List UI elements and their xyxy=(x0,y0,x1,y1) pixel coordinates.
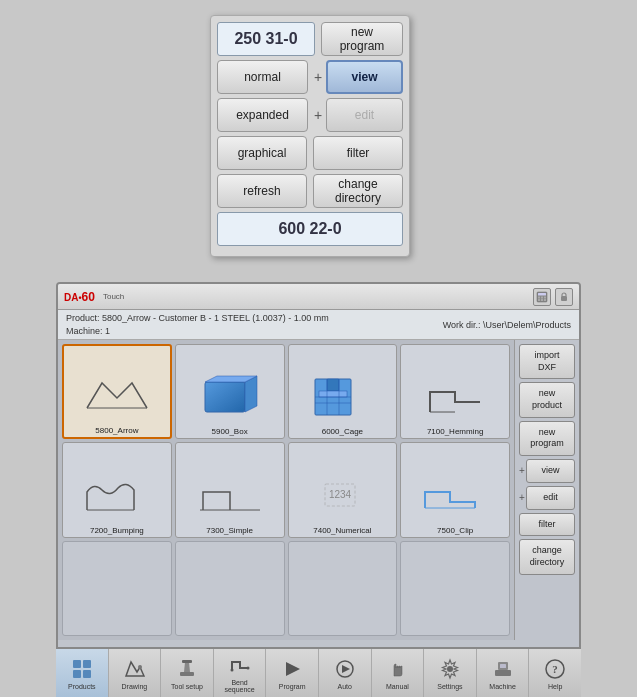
filter-sidebar-btn[interactable]: filter xyxy=(519,513,575,537)
svg-point-30 xyxy=(138,665,142,669)
popup-panel: 250 31-0 newprogram normal + view expand… xyxy=(210,15,410,257)
svg-point-35 xyxy=(246,667,249,670)
toolbar-machine-label: Machine xyxy=(489,683,515,690)
svg-rect-7 xyxy=(544,299,546,301)
machine-info: Machine: 1 xyxy=(66,325,329,338)
toolbar-products[interactable]: Products xyxy=(56,649,109,697)
bend-sequence-icon xyxy=(228,653,252,677)
product-7500-clip[interactable]: 7500_Clip xyxy=(400,442,510,537)
svg-rect-1 xyxy=(538,293,546,296)
toolbar-program[interactable]: Program xyxy=(266,649,319,697)
edit-sidebar-btn[interactable]: edit xyxy=(526,486,575,510)
new-program-btn[interactable]: newprogram xyxy=(321,22,403,56)
refresh-btn[interactable]: refresh xyxy=(217,174,307,208)
toolbar-help[interactable]: ? Help xyxy=(529,649,581,697)
view-sidebar-btn[interactable]: view xyxy=(526,459,575,483)
product-empty-4 xyxy=(400,541,510,636)
product-7400-numerical[interactable]: 1234 7400_Numerical xyxy=(288,442,398,537)
popup-display-bottom: 600 22-0 xyxy=(217,212,403,246)
product-name-7100: 7100_Hemming xyxy=(427,427,483,436)
change-directory-sidebar-btn[interactable]: changedirectory xyxy=(519,539,575,574)
svg-rect-29 xyxy=(83,670,91,678)
view-btn[interactable]: view xyxy=(326,60,403,94)
titlebar-icons xyxy=(533,288,573,306)
product-empty-2 xyxy=(175,541,285,636)
calculator-icon[interactable] xyxy=(533,288,551,306)
auto-icon xyxy=(333,657,357,681)
da-model: 60 xyxy=(82,290,95,304)
svg-rect-40 xyxy=(495,670,511,676)
product-thumb-5800 xyxy=(76,369,157,424)
drawing-icon xyxy=(122,657,146,681)
toolbar-program-label: Program xyxy=(279,683,306,690)
view-sidebar-plus: + xyxy=(519,465,525,476)
product-7200-bumping[interactable]: 7200_Bumping xyxy=(62,442,172,537)
view-btn-row: + view xyxy=(519,459,575,483)
import-dxf-btn[interactable]: importDXF xyxy=(519,344,575,379)
product-7300-simple[interactable]: 7300_Simple xyxy=(175,442,285,537)
toolbar-drawing[interactable]: Drawing xyxy=(109,649,162,697)
product-7100-hemming[interactable]: 7100_Hemming xyxy=(400,344,510,439)
product-5800-arrow[interactable]: 5800_Arrow xyxy=(62,344,172,439)
product-info: Product: 5800_Arrow - Customer B - 1 STE… xyxy=(66,312,329,325)
product-thumb-7300 xyxy=(188,469,271,524)
product-name-7300: 7300_Simple xyxy=(206,526,253,535)
toolbar-bend-sequence[interactable]: Bendsequence xyxy=(214,649,267,697)
svg-rect-4 xyxy=(544,296,546,298)
settings-icon xyxy=(438,657,462,681)
edit-btn-row: + edit xyxy=(519,486,575,510)
product-name-7200: 7200_Bumping xyxy=(90,526,144,535)
product-name-7400: 7400_Numerical xyxy=(313,526,371,535)
svg-text:?: ? xyxy=(552,663,558,675)
content-area: 5800_Arrow xyxy=(58,340,579,640)
toolbar-tool-setup[interactable]: Tool setup xyxy=(161,649,214,697)
svg-rect-33 xyxy=(182,660,192,663)
svg-marker-32 xyxy=(184,662,190,672)
svg-rect-5 xyxy=(538,299,540,301)
product-5900-box[interactable]: 5900_Box xyxy=(175,344,285,439)
product-thumb-5900 xyxy=(188,370,271,425)
toolbar-settings[interactable]: Settings xyxy=(424,649,477,697)
toolbar-tool-setup-label: Tool setup xyxy=(171,683,203,690)
toolbar-machine[interactable]: Machine xyxy=(477,649,530,697)
normal-btn[interactable]: normal xyxy=(217,60,308,94)
product-name-5900: 5900_Box xyxy=(212,427,248,436)
toolbar-auto-label: Auto xyxy=(338,683,352,690)
titlebar: DA•60 Touch xyxy=(58,284,579,310)
svg-rect-42 xyxy=(500,664,506,668)
tool-setup-icon xyxy=(175,657,199,681)
lock-icon[interactable] xyxy=(555,288,573,306)
svg-rect-31 xyxy=(180,672,194,676)
svg-point-34 xyxy=(230,669,233,672)
toolbar-products-label: Products xyxy=(68,683,96,690)
program-icon xyxy=(280,657,304,681)
work-dir: Work dir.: \User\Delem\Products xyxy=(443,320,571,330)
toolbar-auto[interactable]: Auto xyxy=(319,649,372,697)
svg-rect-2 xyxy=(538,296,540,298)
toolbar-manual[interactable]: Manual xyxy=(372,649,425,697)
new-product-btn[interactable]: newproduct xyxy=(519,382,575,417)
graphical-btn[interactable]: graphical xyxy=(217,136,307,170)
edit-sidebar-plus: + xyxy=(519,492,525,503)
edit-btn[interactable]: edit xyxy=(326,98,403,132)
machine-icon xyxy=(491,657,515,681)
change-directory-btn[interactable]: changedirectory xyxy=(313,174,403,208)
product-empty-1 xyxy=(62,541,172,636)
edit-plus: + xyxy=(314,107,324,123)
svg-marker-36 xyxy=(286,662,300,676)
product-6000-cage[interactable]: 6000_Cage xyxy=(288,344,398,439)
expanded-btn[interactable]: expanded xyxy=(217,98,308,132)
svg-rect-8 xyxy=(561,296,567,301)
svg-point-39 xyxy=(447,666,453,672)
toolbar-bend-sequence-label: Bendsequence xyxy=(224,679,254,693)
product-thumb-7200 xyxy=(75,469,158,524)
product-name-7500: 7500_Clip xyxy=(437,526,473,535)
svg-rect-27 xyxy=(83,660,91,668)
toolbar-drawing-label: Drawing xyxy=(122,683,148,690)
svg-rect-26 xyxy=(73,660,81,668)
da-text: DA xyxy=(64,292,78,303)
new-program-sidebar-btn[interactable]: newprogram xyxy=(519,421,575,456)
svg-rect-15 xyxy=(319,391,347,397)
filter-btn[interactable]: filter xyxy=(313,136,403,170)
main-window: DA•60 Touch xyxy=(56,282,581,692)
